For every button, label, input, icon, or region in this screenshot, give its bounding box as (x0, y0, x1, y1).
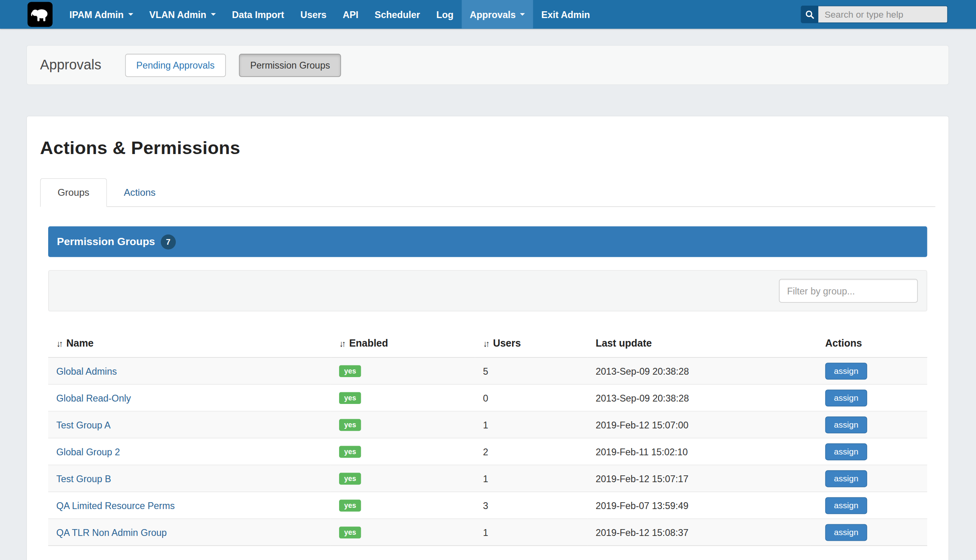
nav-item-ipam-admin[interactable]: IPAM Admin (61, 0, 141, 29)
group-name-link[interactable]: Global Group 2 (56, 446, 120, 457)
nav-label: IPAM Admin (69, 9, 124, 20)
enabled-badge: yes (339, 446, 361, 458)
last-update: 2019-Feb-07 13:59:49 (588, 492, 810, 519)
users-count: 1 (475, 465, 588, 492)
assign-button[interactable]: assign (825, 416, 867, 433)
pending-approvals-button[interactable]: Pending Approvals (125, 53, 226, 77)
sort-icon[interactable]: ↓↑ (339, 338, 344, 348)
assign-button[interactable]: assign (825, 389, 867, 406)
users-count: 3 (475, 492, 588, 519)
filter-input[interactable] (779, 279, 918, 302)
page-header: Approvals Pending Approvals Permission G… (26, 45, 949, 85)
search-icon[interactable] (801, 6, 818, 23)
table-header-last-update: Last update (588, 330, 810, 357)
table-toolbar (48, 270, 927, 311)
enabled-badge: yes (339, 365, 361, 377)
table-row: Global Read-Only yes 0 2013-Sep-09 20:38… (48, 384, 927, 411)
table-row: QA Limited Resource Perms yes 3 2019-Feb… (48, 492, 927, 519)
group-name-link[interactable]: Global Admins (56, 365, 117, 376)
sort-icon[interactable]: ↓↑ (56, 338, 61, 348)
column-label: Name (66, 338, 94, 349)
last-update: 2019-Feb-12 15:07:17 (588, 465, 810, 492)
assign-button[interactable]: assign (825, 443, 867, 460)
group-name-link[interactable]: QA TLR Non Admin Group (56, 527, 167, 538)
caret-down-icon (128, 13, 133, 16)
last-update: 2013-Sep-09 20:38:28 (588, 357, 810, 384)
nav-item-approvals[interactable]: Approvals (462, 0, 533, 29)
users-count: 1 (475, 519, 588, 546)
nav-item-users[interactable]: Users (292, 0, 335, 29)
nav-item-data-import[interactable]: Data Import (224, 0, 292, 29)
last-update: 2019-Feb-11 15:02:10 (588, 438, 810, 465)
nav-item-api[interactable]: API (335, 0, 367, 29)
column-label: Actions (825, 338, 862, 349)
group-name-link[interactable]: Test Group B (56, 473, 111, 484)
group-name-link[interactable]: Global Read-Only (56, 392, 131, 403)
nav-label: Data Import (232, 9, 284, 20)
last-update: 2013-Sep-09 20:38:28 (588, 384, 810, 411)
table-row: Global Group 2 yes 2 2019-Feb-11 15:02:1… (48, 438, 927, 465)
table-row: Global Admins yes 5 2013-Sep-09 20:38:28… (48, 357, 927, 384)
nav-item-log[interactable]: Log (428, 0, 462, 29)
group-name-link[interactable]: QA Limited Resource Perms (56, 500, 175, 511)
enabled-badge: yes (339, 526, 361, 538)
table-row: Test Group A yes 1 2019-Feb-12 15:07:00 … (48, 411, 927, 438)
panel-heading-title: Permission Groups (57, 235, 155, 248)
nav-menu: IPAM Admin VLAN Admin Data Import Users … (61, 0, 598, 29)
enabled-badge: yes (339, 392, 361, 404)
table-header-actions: Actions (810, 330, 927, 357)
nav-label: Exit Admin (541, 9, 590, 20)
column-label: Users (493, 338, 521, 349)
assign-button[interactable]: assign (825, 497, 867, 514)
nav-label: Users (301, 9, 327, 20)
group-name-link[interactable]: Test Group A (56, 419, 110, 430)
sort-icon[interactable]: ↓↑ (483, 338, 488, 348)
group-count-badge: 7 (161, 234, 175, 249)
groups-tab-content: Permission Groups 7 ↓↑Name ↓↑Enabled ↓↑U… (40, 226, 935, 546)
nav-label: Approvals (470, 9, 516, 20)
tab-actions[interactable]: Actions (107, 179, 172, 207)
enabled-badge: yes (339, 499, 361, 511)
nav-item-vlan-admin[interactable]: VLAN Admin (141, 0, 224, 29)
navbar-search (801, 6, 948, 23)
tab-bar: Groups Actions (40, 178, 935, 207)
nav-item-exit-admin[interactable]: Exit Admin (533, 0, 598, 29)
users-count: 1 (475, 411, 588, 438)
phpipam-logo[interactable] (28, 2, 53, 27)
assign-button[interactable]: assign (825, 470, 867, 487)
nav-label: VLAN Admin (149, 9, 206, 20)
permission-groups-heading: Permission Groups 7 (48, 226, 927, 257)
last-update: 2019-Feb-12 15:08:37 (588, 519, 810, 546)
column-label: Last update (596, 338, 652, 349)
permission-groups-table: ↓↑Name ↓↑Enabled ↓↑Users Last update Act… (48, 330, 927, 546)
users-count: 2 (475, 438, 588, 465)
assign-button[interactable]: assign (825, 524, 867, 541)
search-input[interactable] (818, 6, 948, 23)
tab-groups[interactable]: Groups (40, 178, 107, 207)
nav-label: Log (436, 9, 453, 20)
nav-item-scheduler[interactable]: Scheduler (366, 0, 428, 29)
table-header-users[interactable]: ↓↑Users (475, 330, 588, 357)
caret-down-icon (211, 13, 216, 16)
users-count: 0 (475, 384, 588, 411)
content-panel: Actions & Permissions Groups Actions Per… (26, 116, 949, 560)
table-row: Test Group B yes 1 2019-Feb-12 15:07:17 … (48, 465, 927, 492)
nav-label: Scheduler (375, 9, 420, 20)
table-row: QA TLR Non Admin Group yes 1 2019-Feb-12… (48, 519, 927, 546)
permission-groups-button[interactable]: Permission Groups (239, 53, 341, 77)
enabled-badge: yes (339, 473, 361, 485)
top-navbar: IPAM Admin VLAN Admin Data Import Users … (0, 0, 976, 29)
users-count: 5 (475, 357, 588, 384)
table-header-enabled[interactable]: ↓↑Enabled (331, 330, 475, 357)
caret-down-icon (520, 13, 525, 16)
enabled-badge: yes (339, 419, 361, 431)
content-title: Actions & Permissions (40, 138, 935, 158)
nav-label: API (343, 9, 358, 20)
page: IPAM Admin VLAN Admin Data Import Users … (0, 0, 976, 560)
mammoth-icon (29, 4, 51, 25)
last-update: 2019-Feb-12 15:07:00 (588, 411, 810, 438)
page-title: Approvals (40, 57, 102, 73)
table-header-name[interactable]: ↓↑Name (48, 330, 331, 357)
column-label: Enabled (349, 338, 388, 349)
assign-button[interactable]: assign (825, 362, 867, 379)
